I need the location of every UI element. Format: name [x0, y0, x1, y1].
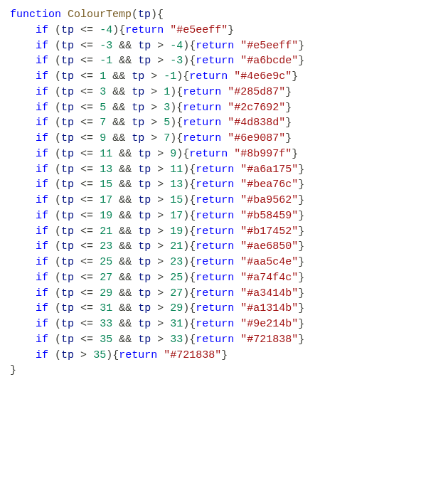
string-literal: "#6e9087" [228, 132, 285, 144]
operator-gt: > [151, 102, 157, 114]
brace-open: { [157, 9, 164, 21]
keyword-if: if [36, 225, 48, 238]
operator-gt: > [157, 287, 164, 299]
variable: tp [61, 194, 74, 206]
number-literal: 11 [100, 148, 112, 160]
operator-lte: <= [80, 24, 93, 36]
string-literal: "#a6bcde" [240, 55, 298, 67]
paren-close: ) [106, 349, 112, 361]
code-line: if (tp <= 9 && tp > 7){return "#6e9087"} [10, 131, 438, 147]
brace-open: { [183, 148, 189, 160]
operator-gt: > [151, 132, 157, 144]
number-literal: 13 [170, 179, 183, 191]
code-line: if (tp > 35){return "#721838"} [10, 348, 438, 363]
brace-close: } [298, 225, 304, 238]
keyword-return: return [196, 334, 234, 346]
number-literal: 35 [100, 334, 112, 346]
paren-open: ( [55, 272, 61, 284]
number-literal: 31 [100, 302, 112, 314]
string-literal: "#a6a175" [240, 164, 298, 176]
code-line: if (tp <= -4){return "#e5eeff"} [10, 23, 438, 38]
variable: tp [61, 210, 74, 222]
keyword-return: return [196, 194, 234, 206]
keyword-return: return [196, 256, 234, 268]
string-literal: "#721838" [240, 334, 298, 346]
number-literal: 13 [100, 164, 112, 176]
number-literal: 23 [100, 240, 112, 253]
string-literal: "#ae6850" [240, 240, 298, 253]
variable: tp [61, 334, 74, 346]
code-line: function ColourTemp(tp){ [10, 7, 438, 23]
brace-close: } [221, 349, 228, 361]
number-literal: 9 [100, 132, 106, 144]
paren-close: ) [183, 302, 189, 314]
number-literal: 35 [93, 349, 106, 361]
variable: tp [61, 225, 74, 238]
number-literal: 3 [164, 102, 170, 114]
string-literal: "#a74f4c" [240, 272, 298, 284]
keyword-if: if [36, 210, 48, 222]
brace-open: { [176, 132, 183, 144]
paren-open: ( [55, 256, 61, 268]
brace-open: { [119, 24, 125, 36]
brace-open: { [189, 194, 196, 206]
number-literal: 3 [100, 86, 106, 98]
code-line: if (tp <= -3 && tp > -4){return "#e5eeff… [10, 38, 438, 54]
brace-open: { [189, 334, 196, 346]
code-line: if (tp <= 25 && tp > 23){return "#aa5c4e… [10, 255, 438, 270]
operator-gt: > [157, 55, 164, 67]
paren-open: ( [55, 132, 61, 144]
brace-open: { [189, 210, 196, 222]
brace-close: } [298, 334, 304, 346]
variable: tp [61, 164, 74, 176]
keyword-return: return [196, 40, 234, 52]
number-literal: 27 [100, 272, 112, 284]
paren-close: ) [183, 272, 189, 284]
number-literal: -4 [100, 24, 112, 36]
code-line: if (tp <= 29 && tp > 27){return "#a3414b… [10, 286, 438, 302]
number-literal: 23 [170, 256, 183, 268]
keyword-return: return [119, 349, 157, 361]
operator-lte: <= [80, 132, 93, 144]
variable: tp [138, 194, 151, 206]
keyword-return: return [125, 24, 164, 36]
brace-open: { [189, 164, 196, 176]
number-literal: 11 [170, 164, 183, 176]
operator-gt: > [157, 179, 164, 191]
operator-lte: <= [80, 164, 93, 176]
variable: tp [138, 272, 151, 284]
variable: tp [61, 287, 74, 299]
operator-and: && [119, 148, 132, 160]
brace-open: { [189, 287, 196, 299]
keyword-return: return [196, 287, 234, 299]
variable: tp [61, 318, 74, 330]
operator-lte: <= [80, 194, 93, 206]
keyword-return: return [189, 148, 228, 160]
brace-close: } [292, 70, 298, 83]
keyword-if: if [36, 24, 48, 36]
number-literal: -3 [170, 55, 183, 67]
paren-open: ( [55, 70, 61, 83]
paren-open: ( [55, 210, 61, 222]
variable: tp [61, 24, 74, 36]
brace-close: } [298, 194, 304, 206]
brace-open: { [112, 349, 119, 361]
operator-and: && [112, 132, 125, 144]
variable: tp [61, 70, 74, 83]
brace-close: } [298, 210, 304, 222]
operator-lte: <= [80, 70, 93, 83]
brace-close: } [10, 364, 16, 376]
string-literal: "#e5eeff" [240, 40, 298, 52]
keyword-return: return [196, 210, 234, 222]
operator-lte: <= [80, 287, 93, 299]
brace-close: } [298, 256, 304, 268]
brace-open: { [189, 40, 196, 52]
paren-open: ( [55, 148, 61, 160]
number-literal: 1 [100, 70, 106, 83]
operator-and: && [119, 225, 132, 238]
operator-gt: > [157, 302, 164, 314]
operator-gt: > [151, 86, 157, 98]
string-literal: "#285d87" [228, 86, 285, 98]
number-literal: 9 [170, 148, 176, 160]
brace-close: } [292, 148, 298, 160]
